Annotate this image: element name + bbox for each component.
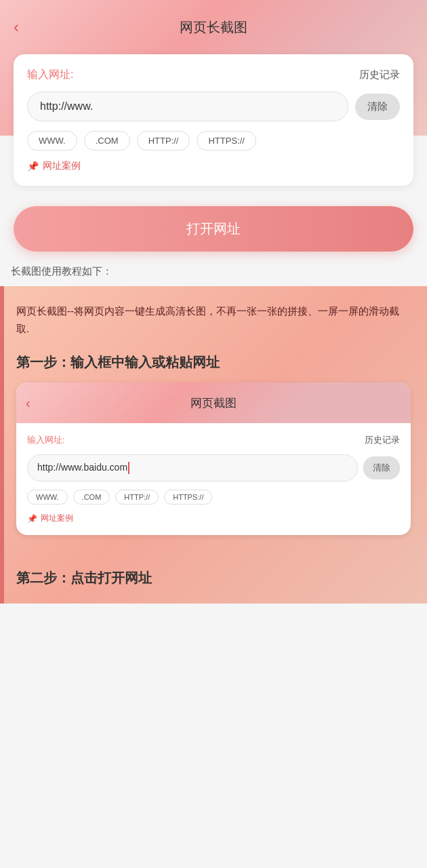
clear-button[interactable]: 清除 <box>355 94 400 120</box>
open-url-button[interactable]: 打开网址 <box>14 206 413 252</box>
open-btn-container: 打开网址 <box>0 186 427 265</box>
nested-back-icon: ‹ <box>26 395 30 411</box>
tutorial-label: 长截图使用教程如下： <box>0 265 427 286</box>
header: ‹ 网页长截图 <box>0 0 427 54</box>
nested-quick-tags: WWW. .COM HTTP:// HTTPS:// <box>27 490 400 505</box>
quick-tag-www[interactable]: WWW. <box>27 131 77 151</box>
nested-tag-www: WWW. <box>27 490 68 505</box>
step2-title: 第二步：点击打开网址 <box>0 569 427 604</box>
url-input[interactable] <box>27 92 348 121</box>
quick-tag-com[interactable]: .COM <box>84 131 130 151</box>
nested-header-title: 网页截图 <box>190 395 237 411</box>
history-button[interactable]: 历史记录 <box>359 68 400 81</box>
tutorial-desc: 网页长截图--将网页内容一键生成高清长图，不再一张一张的拼接、一屏一屏的滑动截取… <box>16 302 411 337</box>
nested-tag-http: HTTP:// <box>115 490 159 505</box>
tutorial-card: 网页长截图--将网页内容一键生成高清长图，不再一张一张的拼接、一屏一屏的滑动截取… <box>0 286 427 604</box>
example-label: 网址案例 <box>43 160 81 172</box>
nested-history-btn: 历史记录 <box>365 434 400 446</box>
nested-url-display: http://www.baidu.com <box>27 454 358 481</box>
nested-card: ‹ 网页截图 输入网址: 历史记录 http://www.baidu.com 清… <box>16 382 411 535</box>
step1-title: 第一步：输入框中输入或粘贴网址 <box>16 353 411 372</box>
nested-card-header-row: 输入网址: 历史记录 <box>27 434 400 446</box>
input-label: 输入网址: <box>27 68 73 82</box>
card-header-row: 输入网址: 历史记录 <box>27 68 400 82</box>
quick-tags: WWW. .COM HTTP:// HTTPS:// <box>27 131 400 151</box>
example-row[interactable]: 📌 网址案例 <box>27 160 400 172</box>
nested-tag-com: .COM <box>73 490 110 505</box>
quick-tag-http[interactable]: HTTP:// <box>137 131 190 151</box>
url-input-row: 清除 <box>27 92 400 121</box>
url-input-card: 输入网址: 历史记录 清除 WWW. .COM HTTP:// HTTPS://… <box>14 54 413 186</box>
quick-tag-https[interactable]: HTTPS:// <box>197 131 256 151</box>
nested-example-row: 📌 网址案例 <box>27 513 400 524</box>
nested-input-label: 输入网址: <box>27 434 65 446</box>
nested-url-input-row: http://www.baidu.com 清除 <box>27 454 400 481</box>
back-button[interactable]: ‹ <box>14 18 19 37</box>
pin-icon: 📌 <box>27 161 39 172</box>
nested-example-label: 网址案例 <box>41 513 73 524</box>
nested-card-body: 输入网址: 历史记录 http://www.baidu.com 清除 WWW. … <box>16 423 411 535</box>
nested-tag-https: HTTPS:// <box>164 490 212 505</box>
nested-pin-icon: 📌 <box>27 514 37 524</box>
tutorial-inner: 网页长截图--将网页内容一键生成高清长图，不再一张一张的拼接、一屏一屏的滑动截取… <box>0 286 427 555</box>
nested-header-bg: ‹ 网页截图 <box>16 382 411 423</box>
page-title: 网页长截图 <box>180 18 247 37</box>
nested-clear-button: 清除 <box>363 456 400 479</box>
